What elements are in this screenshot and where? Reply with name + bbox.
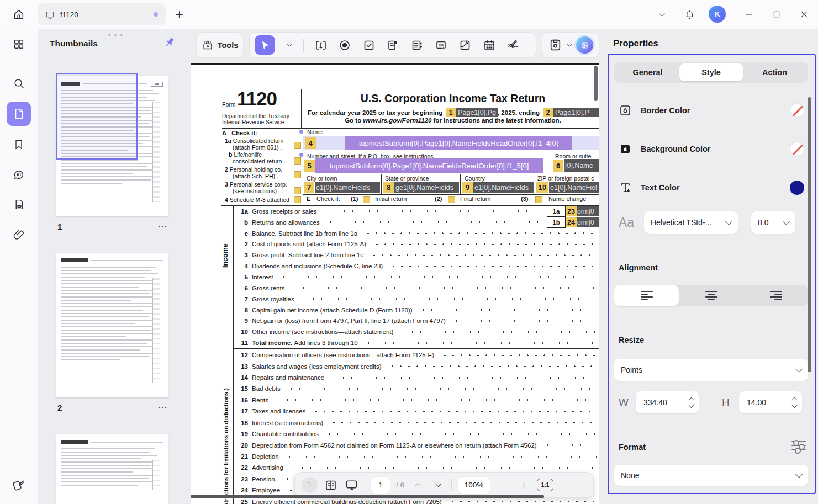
field-badge[interactable]: 5 [304, 160, 315, 172]
checkbox-field[interactable] [294, 187, 301, 194]
zoom-out-button[interactable] [496, 478, 510, 492]
width-stepper[interactable] [689, 398, 693, 407]
selected-form-field[interactable]: topmostSubform[0].Page1[0].NameFieldsRea… [315, 158, 543, 173]
minimize-button[interactable] [739, 0, 759, 29]
avatar[interactable]: K [709, 6, 726, 23]
field-badge[interactable]: 2 [543, 108, 553, 117]
collapse-nav-button[interactable] [302, 477, 318, 493]
checkbox-field[interactable] [294, 157, 301, 165]
page-thumbnail-1[interactable]: 25 [56, 76, 168, 216]
ai-assistant-button[interactable] [576, 36, 593, 54]
close-button[interactable] [794, 0, 814, 29]
form-field-name[interactable]: e1[0].NameFiel [549, 182, 599, 193]
font-family-select[interactable]: HelveticaLTStd-... [644, 211, 738, 234]
align-right-button[interactable] [743, 285, 808, 306]
field-badge[interactable]: 9 [462, 182, 473, 193]
field-badge[interactable]: 7 [304, 182, 314, 193]
annotation-mode-button[interactable] [344, 478, 358, 492]
push-button-tool[interactable]: OK [434, 38, 448, 52]
zoom-level[interactable]: 100% [458, 477, 490, 494]
tab-style[interactable]: Style [679, 63, 743, 81]
selected-form-field[interactable]: topmostSubform[0].Page1[0].NameFieldsRea… [345, 136, 572, 150]
save-button[interactable] [548, 38, 562, 52]
next-page-button[interactable] [431, 478, 445, 492]
pdf-page[interactable]: Form 1120 Department of the Treasury Int… [191, 63, 599, 504]
checkbox-field[interactable] [363, 196, 370, 203]
properties-scrollbar[interactable] [808, 97, 811, 372]
field-badge[interactable]: 6 [553, 160, 563, 172]
tab-general[interactable]: General [616, 63, 679, 81]
rail-item-thumbnails[interactable] [7, 102, 31, 126]
rail-item-attachments[interactable] [12, 228, 25, 241]
list-box-tool[interactable] [410, 38, 424, 52]
previous-page-button[interactable] [410, 478, 425, 492]
page-thumbnail-2[interactable] [56, 253, 168, 397]
form-line: 6Gross rents [191, 283, 599, 294]
width-input[interactable]: 334.40 [636, 391, 699, 413]
thumb-more-button[interactable]: ··· [158, 222, 168, 231]
form-field-name[interactable]: [0].Name [564, 159, 599, 172]
select-tool-button[interactable] [255, 35, 275, 55]
field-badge[interactable]: 4 [305, 137, 316, 149]
page-thumbnail-3[interactable] [56, 434, 168, 504]
form-field-name[interactable]: ge1[0].NameFields [394, 182, 459, 193]
pin-icon[interactable] [163, 36, 176, 49]
border-color-swatch[interactable] [790, 103, 804, 118]
date-field-tool[interactable] [482, 38, 497, 52]
checkbox-field[interactable] [294, 142, 301, 149]
amount-cell[interactable]: 1a23orm[0 [547, 206, 599, 217]
horizontal-scrollbar[interactable] [191, 495, 544, 498]
tab-action[interactable]: Action [743, 63, 806, 81]
format-select[interactable]: None [614, 465, 808, 486]
maximize-button[interactable] [767, 0, 787, 29]
notifications-button[interactable] [679, 0, 699, 29]
checkbox-field[interactable] [448, 196, 455, 203]
unit-select[interactable]: Points [614, 359, 808, 381]
panel-drag-handle[interactable]: • • • [108, 31, 124, 38]
document-tab[interactable]: f1120 [38, 3, 166, 25]
rail-item-signature[interactable] [12, 478, 25, 491]
image-field-tool[interactable] [458, 38, 472, 52]
height-input[interactable]: 14.00 [739, 391, 802, 413]
home-button[interactable] [9, 4, 29, 24]
radio-button-tool[interactable] [337, 38, 352, 52]
rail-item-apps[interactable] [12, 38, 25, 51]
text-field-tool[interactable] [314, 38, 328, 52]
viewport-indicator[interactable] [56, 73, 138, 160]
format-options-icon[interactable] [791, 441, 806, 450]
field-badge[interactable]: 1 [446, 108, 456, 117]
rail-item-page-tools[interactable] [12, 198, 25, 211]
rail-item-bookmarks[interactable] [12, 138, 25, 151]
form-field-name[interactable]: e1[0].NameFields [315, 182, 380, 193]
align-left-button[interactable] [614, 285, 679, 306]
rail-item-search[interactable] [12, 77, 25, 90]
form-field-name[interactable]: Page1[0].Pg [456, 108, 498, 117]
checkbox-field[interactable] [535, 196, 542, 203]
height-stepper[interactable] [793, 398, 796, 407]
vertical-scrollbar[interactable] [594, 66, 598, 101]
actual-size-button[interactable]: 1:1 [537, 479, 553, 491]
field-badge[interactable]: 8 [383, 182, 394, 193]
select-tool-chevron[interactable] [285, 38, 294, 52]
save-chevron[interactable] [566, 38, 573, 52]
thumb-more-button[interactable]: ··· [158, 403, 168, 412]
form-field-name[interactable]: e1[0].NameFields [473, 182, 534, 193]
align-center-button[interactable] [679, 285, 743, 306]
rail-item-comments[interactable] [12, 168, 25, 182]
page-number-input[interactable]: 1 [371, 477, 390, 494]
checkbox-tool[interactable] [362, 38, 376, 52]
amount-cell[interactable]: 1b24orm[0 [547, 217, 599, 228]
form-field-name[interactable]: Page1[0].P [553, 108, 599, 117]
field-badge[interactable]: 10 [536, 182, 548, 193]
new-tab-button[interactable] [172, 8, 186, 21]
zoom-in-button[interactable] [516, 478, 531, 492]
page-layout-button[interactable] [324, 478, 338, 492]
tools-button[interactable]: Tools [196, 32, 244, 58]
signature-field-tool[interactable] [506, 38, 520, 52]
text-color-swatch[interactable] [790, 181, 804, 195]
dropdown-field-tool[interactable] [386, 38, 400, 52]
menu-chevron-button[interactable] [652, 0, 672, 29]
font-size-select[interactable]: 8.0 [751, 211, 795, 234]
background-color-swatch[interactable] [790, 142, 804, 156]
checkbox-field[interactable] [294, 171, 301, 178]
